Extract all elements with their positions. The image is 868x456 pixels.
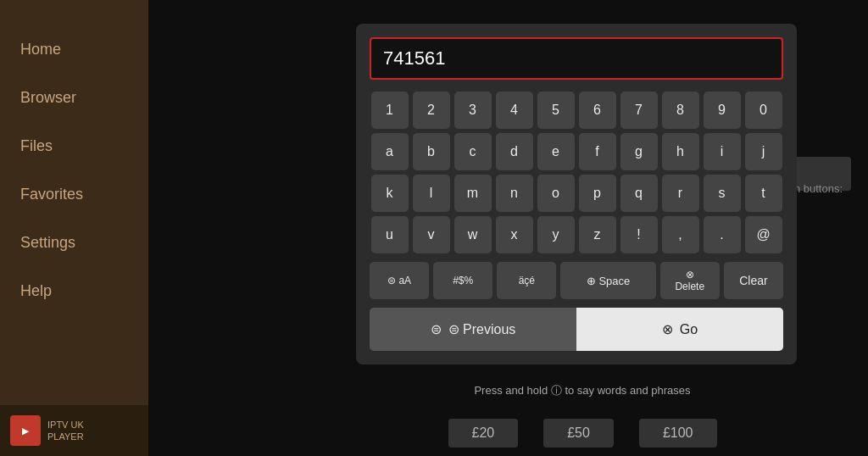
- main-content: se donation buttons: 1 2 3 4 5 6 7 8 9 0…: [148, 0, 868, 456]
- logo-icon: ▶: [10, 415, 41, 446]
- key-c[interactable]: c: [454, 133, 492, 170]
- row-aj: a b c d e f g h i j: [370, 133, 783, 170]
- donation-20[interactable]: £20: [448, 419, 519, 448]
- donation-50[interactable]: £50: [543, 419, 614, 448]
- go-icon: ⊗: [662, 321, 673, 337]
- key-3[interactable]: 3: [454, 92, 492, 129]
- key-k[interactable]: k: [371, 175, 409, 212]
- url-input[interactable]: [370, 37, 783, 80]
- key-s[interactable]: s: [704, 175, 741, 212]
- key-u[interactable]: u: [371, 216, 409, 253]
- key-2[interactable]: 2: [413, 92, 450, 129]
- number-row: 1 2 3 4 5 6 7 8 9 0: [370, 92, 783, 129]
- previous-button[interactable]: ⊜ ⊜ Previous: [370, 308, 576, 351]
- key-comma[interactable]: ,: [662, 216, 699, 253]
- key-g[interactable]: g: [620, 133, 658, 170]
- keyboard-modal: 1 2 3 4 5 6 7 8 9 0 a b c d e f g h: [356, 24, 797, 364]
- key-p[interactable]: p: [579, 175, 616, 212]
- key-w[interactable]: w: [454, 216, 492, 253]
- key-0[interactable]: 0: [745, 92, 782, 129]
- nav-row: ⊜ ⊜ Previous ⊗ Go: [370, 308, 783, 351]
- key-i[interactable]: i: [704, 133, 741, 170]
- press-hold-hint: Press and hold ⓘ to say words and phrase…: [297, 383, 868, 398]
- delete-key[interactable]: ⊗ Delete: [660, 262, 720, 299]
- key-6[interactable]: 6: [579, 92, 616, 129]
- key-exclaim[interactable]: !: [620, 216, 658, 253]
- sidebar-item-home[interactable]: Home: [0, 25, 148, 74]
- accents-key[interactable]: äçé: [497, 262, 556, 299]
- key-at[interactable]: @: [745, 216, 782, 253]
- key-4[interactable]: 4: [496, 92, 533, 129]
- sidebar-item-favorites[interactable]: Favorites: [0, 170, 148, 219]
- key-b[interactable]: b: [413, 133, 450, 170]
- key-period[interactable]: .: [704, 216, 741, 253]
- sidebar-item-browser[interactable]: Browser: [0, 74, 148, 122]
- key-v[interactable]: v: [413, 216, 450, 253]
- row-kt: k l m n o p q r s t: [370, 175, 783, 212]
- go-button[interactable]: ⊗ Go: [576, 308, 783, 351]
- key-e[interactable]: e: [537, 133, 575, 170]
- sidebar-item-help[interactable]: Help: [0, 267, 148, 315]
- donation-area: £20 £50 £100: [297, 419, 868, 448]
- sidebar: Home Browser Files Favorites Settings He…: [0, 0, 148, 456]
- logo-area: ▶ IPTV UK PLAYER: [0, 405, 148, 456]
- donation-100[interactable]: £100: [639, 419, 717, 448]
- key-q[interactable]: q: [620, 175, 658, 212]
- key-x[interactable]: x: [496, 216, 533, 253]
- key-r[interactable]: r: [662, 175, 699, 212]
- key-7[interactable]: 7: [620, 92, 658, 129]
- space-key[interactable]: ⊕ Space: [560, 262, 655, 299]
- key-1[interactable]: 1: [371, 92, 409, 129]
- row-u-at: u v w x y z ! , . @: [370, 216, 783, 253]
- key-t[interactable]: t: [745, 175, 782, 212]
- key-9[interactable]: 9: [704, 92, 741, 129]
- special-keys-row: ⊜ aA #$% äçé ⊕ Space ⊗ Delete Clear: [370, 262, 783, 299]
- key-j[interactable]: j: [745, 133, 782, 170]
- keyboard-grid: 1 2 3 4 5 6 7 8 9 0 a b c d e f g h: [370, 92, 783, 299]
- key-8[interactable]: 8: [662, 92, 699, 129]
- symbols-key[interactable]: #$%: [433, 262, 492, 299]
- clear-key[interactable]: Clear: [724, 262, 783, 299]
- sidebar-item-files[interactable]: Files: [0, 122, 148, 170]
- sidebar-item-settings[interactable]: Settings: [0, 219, 148, 267]
- key-5[interactable]: 5: [537, 92, 575, 129]
- case-toggle-key[interactable]: ⊜ aA: [370, 262, 429, 299]
- key-a[interactable]: a: [371, 133, 409, 170]
- key-h[interactable]: h: [662, 133, 699, 170]
- key-z[interactable]: z: [579, 216, 616, 253]
- key-o[interactable]: o: [537, 175, 575, 212]
- logo-text: IPTV UK PLAYER: [47, 419, 84, 443]
- key-m[interactable]: m: [454, 175, 492, 212]
- previous-icon: ⊜: [431, 321, 442, 337]
- key-l[interactable]: l: [413, 175, 450, 212]
- key-y[interactable]: y: [537, 216, 575, 253]
- key-n[interactable]: n: [496, 175, 533, 212]
- key-d[interactable]: d: [496, 133, 533, 170]
- go-label: Go: [680, 322, 698, 337]
- key-f[interactable]: f: [579, 133, 616, 170]
